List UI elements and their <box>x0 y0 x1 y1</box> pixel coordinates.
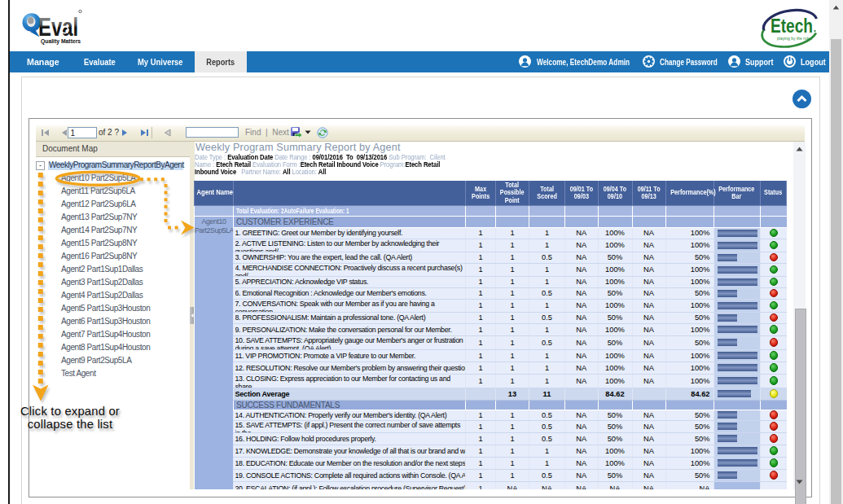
svg-text:playing by the rules: playing by the rules <box>777 36 813 41</box>
svg-text:Etech: Etech <box>771 15 813 37</box>
svg-text:Quality Matters: Quality Matters <box>41 38 81 45</box>
